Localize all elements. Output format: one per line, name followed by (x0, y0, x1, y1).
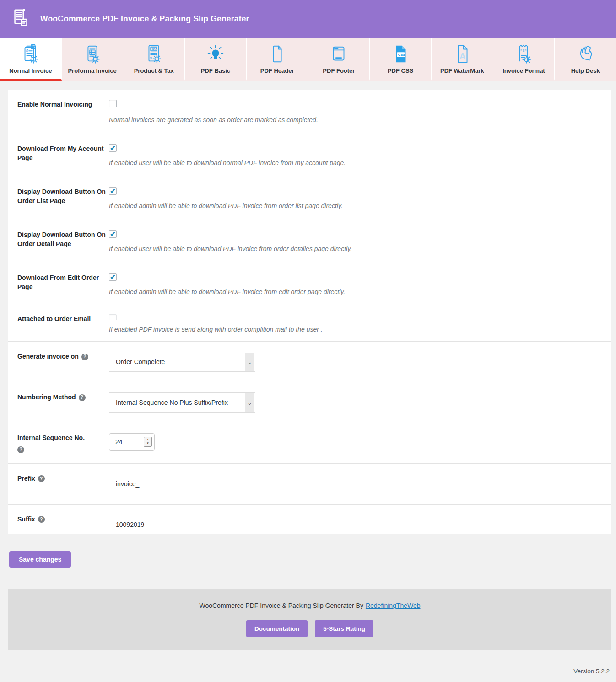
setting-row-download-edit-order: Download From Edit Order Page ✔ If enabl… (8, 263, 611, 306)
tab-label: Normal Invoice (9, 67, 52, 74)
setting-row-suffix: Suffix? (8, 505, 611, 534)
normal-invoice-icon: $ (20, 43, 41, 65)
settings-tab-bar: $ Normal Invoice Proforma Invoice (0, 38, 616, 81)
stepper-down-icon[interactable]: ▼ (146, 442, 149, 446)
tab-label: PDF WaterMark (440, 67, 484, 74)
help-icon[interactable]: ? (38, 475, 45, 482)
help-icon[interactable]: ? (17, 446, 24, 453)
setting-row-download-button-order-detail: Display Download Button On Order Detail … (8, 220, 611, 263)
plugin-logo-invoice-icon (10, 7, 31, 30)
stepper-up-icon[interactable]: ▲ (146, 438, 149, 442)
selected-value: Order Compelete (116, 358, 165, 365)
setting-row-enable-normal-invoicing: Enable Normal Invoicing Normal invoices … (8, 90, 611, 134)
setting-row-download-my-account: Download From My Account Page ✔ If enabl… (8, 134, 611, 177)
tab-pdf-basic[interactable]: PDF Basic (185, 38, 247, 81)
chevron-down-icon: ⌄ (245, 393, 254, 412)
lightbulb-icon (205, 43, 226, 65)
setting-description: If enabled admin will be able to downloa… (109, 288, 602, 295)
tab-label: PDF Footer (323, 67, 355, 74)
tab-label: Product & Tax (134, 67, 174, 74)
svg-text:TAX: TAX (151, 47, 157, 50)
attached-order-email-checkbox[interactable] (109, 314, 117, 320)
help-icon[interactable]: ? (79, 394, 86, 401)
svg-text:A: A (459, 52, 465, 61)
enable-normal-invoicing-checkbox[interactable] (109, 100, 117, 107)
setting-label: Enable Normal Invoicing (17, 100, 109, 124)
tab-pdf-header[interactable]: PDF Header (247, 38, 308, 81)
setting-label: Download From Edit Order Page (17, 273, 109, 295)
documentation-button[interactable]: Documentation (246, 620, 308, 637)
selected-value: Internal Sequence No Plus Suffix/Prefix (116, 399, 228, 406)
tab-label: PDF CSS (388, 67, 413, 74)
product-tax-icon: TAX $ (143, 43, 164, 65)
tab-pdf-watermark[interactable]: A PDF WaterMark (432, 38, 493, 81)
setting-label: Display Download Button On Order Detail … (17, 230, 109, 252)
setting-row-generate-invoice-on: Generate invoice on? Order Compelete ⌄ (8, 342, 611, 382)
invoice-format-icon: $ (513, 43, 534, 65)
redefiningtheweb-link[interactable]: RedefiningTheWeb (366, 602, 421, 609)
setting-label: Prefix (17, 475, 35, 482)
setting-row-attached-order-email: Attached to Order Email If enabled PDF i… (8, 306, 611, 342)
svg-text:$: $ (523, 48, 525, 53)
tab-label: PDF Basic (201, 67, 230, 74)
svg-text:$: $ (26, 48, 28, 53)
tab-normal-invoice[interactable]: $ Normal Invoice (0, 38, 62, 81)
plugin-header: WooCommerce PDF Invoice & Packing Slip G… (0, 0, 616, 38)
tab-label: Invoice Format (503, 67, 545, 74)
download-edit-order-checkbox[interactable]: ✔ (109, 273, 117, 281)
setting-row-internal-sequence-no: Internal Sequence No. ? ▲ ▼ (8, 423, 611, 464)
setting-row-download-button-order-list: Display Download Button On Order List Pa… (8, 177, 611, 220)
tab-pdf-footer[interactable]: PDF Footer (308, 38, 370, 81)
plugin-footer: WooCommerce PDF Invoice & Packing Slip G… (8, 589, 611, 650)
setting-row-numbering-method: Numbering Method? Internal Sequence No P… (8, 382, 611, 423)
tab-product-tax[interactable]: TAX $ Product & Tax (123, 38, 185, 81)
download-button-order-detail-checkbox[interactable]: ✔ (109, 230, 117, 238)
setting-description: If enabled user will be able to download… (109, 245, 602, 252)
setting-description: If enabled admin will be able to downloa… (109, 202, 602, 209)
setting-label: Internal Sequence No. (17, 434, 85, 441)
download-my-account-checkbox[interactable]: ✔ (109, 144, 117, 152)
svg-text:CSS: CSS (398, 53, 405, 57)
window-footer-icon (328, 43, 349, 65)
chevron-down-icon: ⌄ (245, 353, 254, 371)
watermark-page-icon: A (452, 43, 473, 65)
setting-label: Display Download Button On Order List Pa… (17, 187, 109, 209)
help-icon[interactable]: ? (38, 516, 45, 523)
setting-row-prefix: Prefix? (8, 464, 611, 505)
setting-description: If enabled PDF invoice is send along wit… (109, 326, 602, 333)
numbering-method-select[interactable]: Internal Sequence No Plus Suffix/Prefix … (109, 392, 255, 413)
download-button-order-list-checkbox[interactable]: ✔ (109, 187, 117, 195)
setting-label: Suffix (17, 516, 35, 523)
save-changes-button[interactable]: Save changes (9, 551, 71, 568)
number-stepper[interactable]: ▲ ▼ (144, 437, 152, 447)
setting-description: Normal invoices are gnerated as soon as … (109, 116, 602, 124)
setting-label: Numbering Method (17, 393, 76, 401)
tab-proforma-invoice[interactable]: Proforma Invoice (62, 38, 124, 81)
svg-text:$: $ (150, 56, 152, 60)
version-label: Version 5.2.2 (0, 650, 616, 675)
page-header-icon (267, 43, 288, 65)
help-desk-hand-phone-icon (575, 43, 596, 65)
help-icon[interactable]: ? (81, 354, 88, 360)
setting-label: Generate invoice on (17, 353, 79, 360)
tab-pdf-css[interactable]: CSS PDF CSS (370, 38, 432, 81)
prefix-input[interactable] (109, 474, 255, 494)
setting-description: If enabled user will be able to download… (109, 159, 602, 166)
tab-label: Help Desk (571, 67, 600, 74)
credit-text: WooCommerce PDF Invoice & Packing Slip G… (199, 602, 363, 609)
credit-line: WooCommerce PDF Invoice & Packing Slip G… (199, 602, 420, 609)
setting-label: Attached to Order Email (17, 315, 91, 321)
proforma-invoice-icon (82, 43, 103, 65)
setting-label: Download From My Account Page (17, 144, 109, 166)
generate-invoice-on-select[interactable]: Order Compelete ⌄ (109, 352, 255, 372)
settings-panel: Enable Normal Invoicing Normal invoices … (8, 90, 611, 534)
tab-invoice-format[interactable]: $ Invoice Format (493, 38, 555, 81)
rating-button[interactable]: 5-Stars Rating (315, 620, 373, 637)
page-title: WooCommerce PDF Invoice & Packing Slip G… (40, 14, 249, 24)
tab-label: PDF Header (260, 67, 294, 74)
tab-help-desk[interactable]: Help Desk (555, 38, 616, 81)
suffix-input[interactable] (109, 515, 255, 534)
tab-label: Proforma Invoice (68, 67, 116, 74)
css-file-icon: CSS (390, 43, 411, 65)
